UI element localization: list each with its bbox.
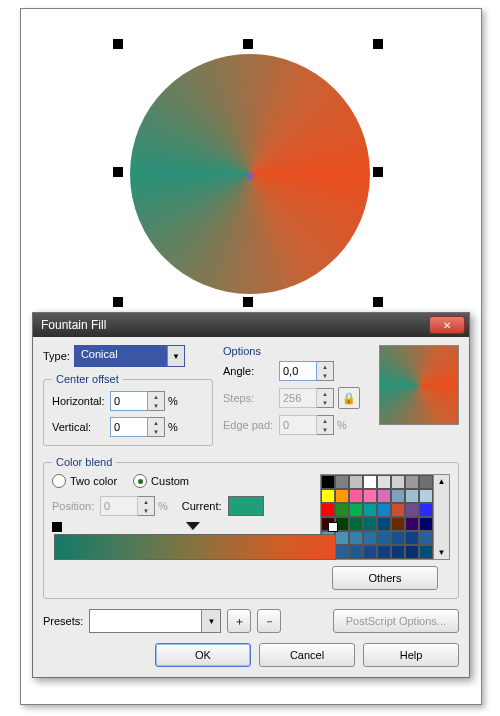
palette-swatch[interactable]: [349, 475, 363, 489]
palette-swatch[interactable]: [363, 545, 377, 559]
palette-swatch[interactable]: [391, 517, 405, 531]
palette-swatch[interactable]: [405, 475, 419, 489]
preset-add-button[interactable]: ＋: [227, 609, 251, 633]
percent-label: %: [158, 500, 168, 512]
palette-swatch[interactable]: [419, 531, 433, 545]
palette-swatch[interactable]: [419, 517, 433, 531]
palette-scrollbar[interactable]: ▲ ▼: [434, 474, 450, 560]
plus-icon: ＋: [234, 614, 245, 629]
titlebar[interactable]: Fountain Fill ✕: [33, 313, 469, 337]
chevron-up-icon[interactable]: ▲: [148, 392, 164, 401]
palette-swatch[interactable]: [391, 475, 405, 489]
selection-handle[interactable]: [373, 39, 383, 49]
steps-label: Steps:: [223, 392, 279, 404]
cancel-label: Cancel: [290, 649, 324, 661]
palette-swatch[interactable]: [405, 531, 419, 545]
palette-swatch[interactable]: [419, 503, 433, 517]
gradient-end-marker[interactable]: [328, 522, 338, 532]
edgepad-input: [279, 415, 317, 435]
palette-swatch[interactable]: [377, 545, 391, 559]
palette-swatch[interactable]: [335, 489, 349, 503]
preset-remove-button[interactable]: －: [257, 609, 281, 633]
palette-swatch[interactable]: [405, 545, 419, 559]
palette-swatch[interactable]: [335, 531, 349, 545]
chevron-down-icon[interactable]: ▼: [438, 548, 446, 557]
gradient-thumbnail: [379, 345, 459, 425]
selection-handle[interactable]: [113, 167, 123, 177]
selection-handle[interactable]: [113, 297, 123, 307]
palette-swatch[interactable]: [349, 531, 363, 545]
palette-swatch[interactable]: [349, 545, 363, 559]
palette-swatch[interactable]: [391, 489, 405, 503]
chevron-down-icon[interactable]: ▼: [317, 371, 333, 380]
chevron-down-icon[interactable]: ▼: [148, 427, 164, 436]
palette-swatch[interactable]: [363, 503, 377, 517]
palette-swatch[interactable]: [419, 545, 433, 559]
ok-button[interactable]: OK: [155, 643, 251, 667]
lock-icon: 🔒: [342, 392, 356, 405]
palette-swatch[interactable]: [335, 503, 349, 517]
palette-swatch[interactable]: [391, 545, 405, 559]
palette-swatch[interactable]: [335, 475, 349, 489]
angle-input[interactable]: [279, 361, 317, 381]
palette-swatch[interactable]: [377, 475, 391, 489]
two-color-radio[interactable]: Two color: [52, 474, 117, 488]
palette-swatch[interactable]: [405, 517, 419, 531]
chevron-up-icon[interactable]: ▲: [317, 362, 333, 371]
custom-radio[interactable]: Custom: [133, 474, 189, 488]
angle-spinner[interactable]: ▲▼: [279, 361, 334, 381]
close-button[interactable]: ✕: [429, 316, 465, 334]
palette-swatch[interactable]: [377, 517, 391, 531]
cancel-button[interactable]: Cancel: [259, 643, 355, 667]
palette-swatch[interactable]: [377, 489, 391, 503]
position-spinner: ▲▼: [100, 496, 155, 516]
horizontal-spinner[interactable]: ▲▼: [110, 391, 165, 411]
lock-button[interactable]: 🔒: [338, 387, 360, 409]
chevron-down-icon[interactable]: ▼: [148, 401, 164, 410]
palette-swatch[interactable]: [405, 489, 419, 503]
others-button[interactable]: Others: [332, 566, 438, 590]
presets-combobox[interactable]: ▼: [89, 609, 221, 633]
selection-handle[interactable]: [243, 39, 253, 49]
center-offset-title: Center offset: [52, 373, 123, 385]
palette-swatch[interactable]: [391, 503, 405, 517]
selection-handle[interactable]: [243, 297, 253, 307]
palette-swatch[interactable]: [405, 503, 419, 517]
dialog-title: Fountain Fill: [41, 318, 429, 332]
palette-swatch[interactable]: [391, 531, 405, 545]
vertical-input[interactable]: [110, 417, 148, 437]
horizontal-input[interactable]: [110, 391, 148, 411]
palette-swatch[interactable]: [419, 489, 433, 503]
palette-swatch[interactable]: [349, 517, 363, 531]
chevron-up-icon[interactable]: ▲: [438, 477, 446, 486]
selection-handle[interactable]: [113, 39, 123, 49]
palette-swatch[interactable]: [321, 489, 335, 503]
close-icon: ✕: [443, 320, 451, 331]
palette-swatch[interactable]: [377, 531, 391, 545]
help-button[interactable]: Help: [363, 643, 459, 667]
vertical-spinner[interactable]: ▲▼: [110, 417, 165, 437]
color-palette[interactable]: [320, 474, 434, 560]
percent-label: %: [168, 395, 178, 407]
palette-swatch[interactable]: [335, 545, 349, 559]
palette-swatch[interactable]: [363, 475, 377, 489]
selection-handle[interactable]: [373, 167, 383, 177]
chevron-up-icon[interactable]: ▲: [148, 418, 164, 427]
gradient-strip[interactable]: [54, 534, 336, 560]
palette-swatch[interactable]: [363, 517, 377, 531]
palette-swatch[interactable]: [321, 475, 335, 489]
palette-swatch[interactable]: [363, 489, 377, 503]
palette-swatch[interactable]: [377, 503, 391, 517]
chevron-up-icon: ▲: [317, 389, 333, 398]
selection-handle[interactable]: [373, 297, 383, 307]
palette-swatch[interactable]: [419, 475, 433, 489]
type-combobox[interactable]: Conical ▼: [74, 345, 185, 367]
palette-swatch[interactable]: [363, 531, 377, 545]
current-color-swatch[interactable]: [228, 496, 264, 516]
angle-label: Angle:: [223, 365, 279, 377]
postscript-options-button: PostScript Options...: [333, 609, 459, 633]
palette-swatch[interactable]: [349, 503, 363, 517]
gradient-start-marker[interactable]: [52, 522, 62, 532]
palette-swatch[interactable]: [321, 503, 335, 517]
palette-swatch[interactable]: [349, 489, 363, 503]
